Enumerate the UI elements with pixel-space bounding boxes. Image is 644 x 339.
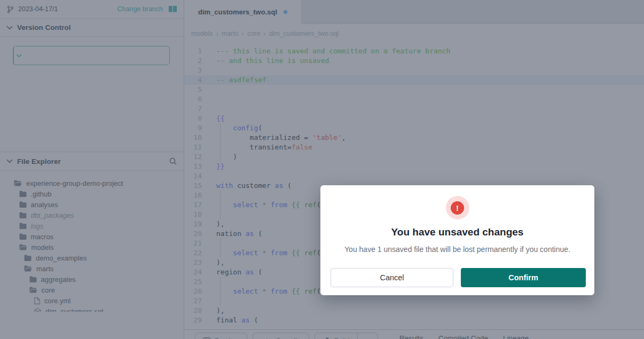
modal-body-text: You have 1 unsaved file that will be los…: [320, 245, 594, 254]
confirm-button[interactable]: Confirm: [461, 268, 586, 287]
alert-icon: !: [446, 196, 469, 219]
modal-title: You have unsaved changes: [320, 226, 594, 238]
exclamation-icon: !: [451, 201, 464, 215]
dbt-ide-screen: 2023-04-17/1 Change branch Version Contr…: [0, 0, 644, 339]
cancel-button[interactable]: Cancel: [331, 268, 453, 287]
unsaved-changes-modal: ! You have unsaved changes You have 1 un…: [320, 185, 594, 295]
